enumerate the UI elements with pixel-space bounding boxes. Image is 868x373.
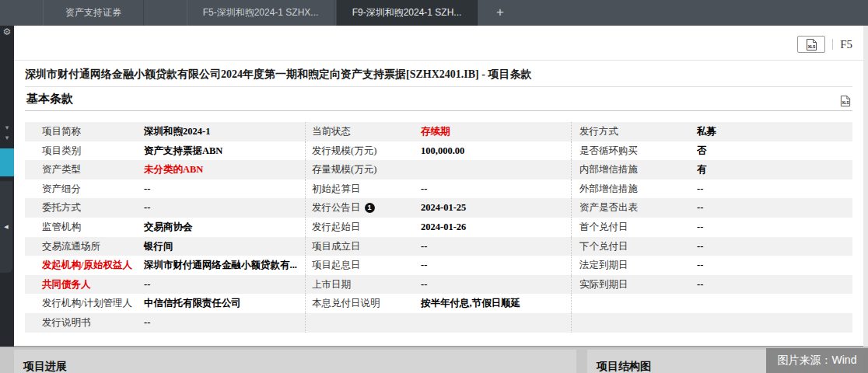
field-label: 内部增信措施 (571, 160, 684, 180)
field-value: 100,000.00 (418, 141, 571, 161)
field-label-text: 发行规模(万元) (312, 145, 376, 156)
tab-f9-shenzhen-hexu[interactable]: F9-深圳和煦2024-1 SZH... (336, 0, 478, 26)
field-value: -- (140, 180, 305, 199)
export-xls-button[interactable]: XLS (797, 36, 825, 53)
field-value (684, 313, 852, 333)
tab-bar: 资产支持证券 F5-深圳和煦2024-1 SZHX... F9-深圳和煦2024… (0, 0, 868, 26)
field-value: 2024-01-25 (418, 198, 571, 218)
field-label-text: 发行起始日 (312, 221, 361, 232)
svg-text:XLS: XLS (842, 101, 849, 105)
left-sidebar: ⚙ ▾ ▾ ◀ (0, 26, 14, 347)
chevron-down-icon[interactable]: ▾ (0, 124, 14, 131)
field-value: -- (684, 275, 852, 295)
field-label: 发行机构/计划管理人 (25, 294, 140, 313)
field-value: 存续期 (418, 122, 571, 141)
section-export-xls-button[interactable]: XLS (840, 92, 851, 116)
field-value: -- (684, 237, 852, 256)
field-label-text: 发行说明书 (42, 317, 91, 328)
field-label: 资产类型 (25, 160, 140, 180)
toolbar-divider (832, 39, 833, 50)
field-value: 深圳和煦2024-1 (140, 122, 305, 141)
page-title: 深圳市财付通网络金融小额贷款有限公司2024年度第一期和煦定向资产支持票据[SZ… (14, 60, 863, 85)
field-value: 按半年付息,节假日顺延 (418, 294, 571, 313)
field-label-text: 初始起算日 (312, 183, 361, 194)
gear-icon[interactable]: ⚙ (0, 26, 14, 38)
tab-label: F9-深圳和煦2024-1 SZH... (352, 7, 462, 18)
field-label-text: 存量规模(万元) (312, 164, 376, 175)
field-value: 交易商协会 (140, 218, 305, 237)
field-label: 项目简称 (25, 122, 140, 141)
field-label: 是否循环购买 (571, 141, 684, 161)
field-label: 发行规模(万元) (305, 141, 418, 161)
field-label: 首个兑付日 (571, 218, 684, 237)
table-row: 发行机构/计划管理人中信信托有限责任公司本息兑付日说明按半年付息,节假日顺延 (25, 294, 852, 313)
field-label-text: 项目成立日 (312, 241, 361, 252)
field-label-text: 外部增信措施 (579, 183, 638, 194)
field-label-text: 上市日期 (312, 279, 351, 290)
xls-file-icon: XLS (806, 38, 817, 51)
field-label-text: 下个兑付日 (579, 241, 628, 252)
svg-text:XLS: XLS (807, 44, 815, 49)
field-label (571, 294, 684, 313)
field-label: 发行方式 (571, 122, 684, 141)
field-label[interactable]: 发起机构/原始权益人 (25, 256, 140, 275)
field-value: -- (140, 313, 305, 333)
field-label[interactable]: 共同债务人 (25, 275, 140, 295)
field-value: -- (684, 198, 852, 218)
field-value: -- (140, 198, 305, 218)
field-label-text: 首个兑付日 (579, 221, 628, 232)
field-value: 有 (684, 160, 852, 180)
tab-abs-securities[interactable]: 资产支持证券 (43, 0, 144, 26)
field-label: 存量规模(万元) (305, 160, 418, 180)
field-label (571, 313, 684, 333)
field-value: 2024-01-26 (418, 218, 571, 237)
section-title: 基本条款 (26, 92, 73, 105)
chevron-down-icon[interactable]: ▾ (0, 134, 14, 141)
field-label: 项目起息日 (305, 256, 418, 275)
table-row: 发行说明书-- (25, 313, 852, 333)
tab-label: 资产支持证券 (65, 7, 121, 18)
field-label: 实际到期日 (571, 275, 684, 295)
table-row: 资产类型未分类的ABN存量规模(万元)内部增信措施有 (25, 160, 852, 180)
field-label: 监管机构 (25, 218, 140, 237)
field-value: 未分类的ABN (140, 160, 305, 180)
field-label-text: 项目简称 (42, 126, 81, 137)
field-value: -- (418, 180, 571, 199)
field-label: 项目类别 (25, 141, 140, 161)
field-label-text: 项目起息日 (312, 260, 361, 270)
add-tab-button[interactable]: + (488, 0, 512, 26)
field-value: -- (418, 237, 571, 256)
field-label-text: 内部增信措施 (579, 164, 638, 175)
field-label-text: 发行公告日 (312, 202, 361, 213)
field-label: 外部增信措施 (571, 180, 684, 199)
tab-label: F5-深圳和煦2024-1 SZHX... (203, 7, 319, 18)
field-label: 项目成立日 (305, 237, 418, 256)
basic-terms-table: 项目简称深圳和煦2024-1当前状态存续期发行方式私募项目类别资产支持票据ABN… (25, 122, 852, 333)
field-label: 交易流通场所 (25, 237, 140, 256)
sidebar-collapse-handle[interactable]: ◀ (0, 181, 12, 273)
field-label-text: 法定到期日 (579, 260, 628, 270)
field-label-text: 本息兑付日说明 (312, 298, 380, 309)
field-label-text: 监管机构 (42, 221, 81, 232)
xls-file-icon: XLS (840, 95, 851, 107)
field-label-text: 发行机构/计划管理人 (42, 298, 132, 309)
watermark: 图片来源：Wind (766, 348, 868, 373)
info-icon[interactable]: 1 (365, 203, 375, 213)
field-label-text: 发起机构/原始权益人 (42, 260, 132, 270)
field-label: 本息兑付日说明 (305, 294, 418, 313)
field-value (418, 160, 571, 180)
field-label: 下个兑付日 (571, 237, 684, 256)
card-toolbar: XLS F5 (797, 36, 856, 53)
field-label: 法定到期日 (571, 256, 684, 275)
table-row: 交易流通场所银行间项目成立日--下个兑付日-- (25, 237, 852, 256)
field-value: 私募 (684, 122, 852, 141)
field-value: -- (684, 218, 852, 237)
field-label-text: 实际到期日 (579, 279, 628, 290)
tab-f5-shenzhen-hexu[interactable]: F5-深圳和煦2024-1 SZHX... (187, 0, 334, 26)
field-label-text: 资产类型 (42, 164, 81, 175)
field-label: 发行公告日1 (305, 198, 418, 218)
field-label-text: 交易流通场所 (42, 241, 100, 252)
sidebar-active-indicator[interactable] (0, 148, 14, 176)
field-label: 上市日期 (305, 275, 418, 295)
basic-terms-header: 基本条款 XLS (25, 87, 852, 111)
